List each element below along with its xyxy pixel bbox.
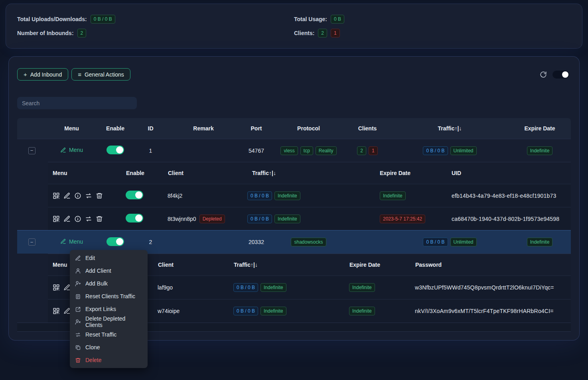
header-password: Password [415, 262, 571, 268]
delete-icon[interactable] [96, 192, 103, 199]
traffic-badge: 0 B / 0 B [233, 307, 258, 315]
menu-item-reset-traffic[interactable]: Reset Traffic [70, 328, 148, 341]
inbound-id: 1 [134, 148, 168, 154]
clients-tags: 2 1 [357, 146, 377, 155]
header-traffic-sort[interactable]: Traffic↑|↓ [247, 170, 375, 176]
stats-panel: Total Uploads/Downloads: 0 B / 0 B Numbe… [6, 4, 582, 48]
clients-active-badge: 2 [318, 29, 327, 37]
reset-traffic-icon[interactable] [85, 215, 92, 222]
enable-switch[interactable] [107, 146, 124, 154]
inbound-port: 20332 [239, 239, 273, 245]
menu-item-export-links[interactable]: Export Links [70, 303, 148, 315]
edit-pen-icon [60, 238, 66, 244]
enable-switch[interactable] [126, 214, 143, 222]
info-icon[interactable] [74, 215, 81, 222]
traffic-limit-badge: Indefinite [274, 215, 300, 223]
edit-icon[interactable] [63, 215, 71, 222]
clients-depleted-badge: 1 [331, 29, 340, 37]
stat-value-badge: 0 B / 0 B [91, 15, 115, 24]
menu-item-reset-clients-traffic[interactable]: Reset Clients Traffic [70, 290, 148, 303]
protocol-tags: shadowsocks [291, 238, 326, 246]
clipboard-icon [75, 293, 81, 299]
edit-icon[interactable] [63, 192, 71, 199]
qr-code-icon[interactable] [53, 284, 60, 291]
stat-label: Clients: [294, 30, 314, 36]
expire-badge: 2023-5-7 17:25:42 [380, 215, 425, 223]
inbound-menu-button[interactable]: Menu [60, 238, 83, 245]
client-actions [48, 192, 126, 199]
protocol-tags: vless tcp Reality [280, 146, 336, 155]
menu-item-delete-depleted-clients[interactable]: Delete Depleted Clients [70, 315, 148, 328]
clients-depleted-badge: 1 [369, 146, 378, 155]
inbound-menu-button[interactable]: Menu [60, 147, 83, 153]
header-id: ID [134, 125, 168, 132]
client-password: w3NfbzUPf5WWd745Q8pvsmQrdrttT2lO6knuI7Di… [415, 284, 571, 291]
header-protocol: Protocol [273, 125, 344, 132]
stat-label: Number of Inbounds: [17, 30, 74, 36]
general-actions-label: General Actions [85, 71, 124, 78]
traffic-tags: 0 B / 0 B Unlimited [423, 238, 476, 246]
collapse-row-button[interactable]: − [28, 147, 36, 154]
header-expire-date: Expire Date [509, 125, 571, 132]
inbound-port: 54767 [239, 148, 273, 154]
search-input[interactable] [17, 97, 137, 109]
header-uid: UID [447, 170, 571, 176]
header-traffic-sort[interactable]: Traffic↑|↓ [391, 125, 509, 132]
header-enable: Enable [126, 170, 168, 176]
collapse-row-button[interactable]: − [28, 238, 36, 246]
client-password: nkV/I/3XoAm9v6xMT/T5lcrF4TpeTKF98rHARbRo… [415, 308, 571, 314]
inbound-1-clients-table: Menu Enable Client Traffic↑|↓ Expire Dat… [48, 162, 571, 230]
traffic-badge: 0 B / 0 B [247, 215, 272, 223]
delete-icon[interactable] [96, 215, 103, 222]
edit-icon [75, 255, 81, 261]
expire-badge: Indefinite [527, 238, 553, 246]
protocol-tag: shadowsocks [291, 238, 326, 246]
traffic-limit-badge: Indefinite [260, 283, 286, 292]
qr-code-icon[interactable] [53, 192, 60, 199]
add-inbound-button[interactable]: + Add Inbound [17, 68, 68, 81]
edit-pen-icon [60, 147, 66, 153]
menu-item-add-client[interactable]: Add Client [70, 264, 148, 277]
add-inbound-label: Add Inbound [30, 71, 62, 78]
table-header-row: Menu Enable ID Remark Port Protocol Clie… [17, 118, 571, 139]
header-menu: Menu [48, 170, 126, 176]
toolbar: + Add Inbound ≡ General Actions [17, 68, 571, 81]
protocol-tag: vless [280, 146, 298, 155]
delete-icon [75, 357, 81, 363]
traffic-badge: 0 B / 0 B [233, 283, 258, 292]
menu-item-add-bulk[interactable]: Add Bulk [70, 277, 148, 290]
menu-item-delete[interactable]: Delete [70, 354, 148, 366]
refresh-icon[interactable] [540, 71, 547, 78]
enable-switch[interactable] [126, 191, 143, 199]
general-actions-button[interactable]: ≡ General Actions [71, 68, 130, 81]
traffic-tags: 0 B / 0 B Unlimited [423, 146, 476, 155]
traffic-limit-badge: Indefinite [260, 307, 286, 315]
traffic-tags: 0 B / 0 B Indefinite [233, 283, 286, 292]
menu-item-edit[interactable]: Edit [70, 252, 148, 264]
inbound-menu-label: Menu [69, 238, 83, 245]
qr-code-icon[interactable] [53, 215, 60, 222]
menu-item-clone[interactable]: Clone [70, 341, 148, 354]
plus-icon: + [24, 71, 27, 77]
traffic-tags: 0 B / 0 B Indefinite [233, 307, 286, 315]
protocol-tag: Reality [316, 146, 337, 155]
theme-toggle-knob [562, 71, 568, 78]
inbounds-page: Total Uploads/Downloads: 0 B / 0 B Numbe… [0, 0, 588, 380]
inbound-menu-label: Menu [69, 147, 83, 153]
client-uid: ca68470b-1940-437d-802b-1f9573e94598 [447, 216, 571, 222]
client-name: w74ioipe [158, 308, 233, 314]
traffic-badge: 0 B / 0 B [423, 146, 448, 155]
enable-switch[interactable] [107, 237, 124, 246]
theme-toggle[interactable] [552, 71, 569, 79]
stat-value-badge: 2 [77, 29, 87, 37]
header-traffic-sort[interactable]: Traffic↑|↓ [233, 262, 349, 268]
info-icon[interactable] [74, 192, 81, 199]
header-menu: Menu [46, 125, 97, 132]
reset-traffic-icon[interactable] [85, 192, 92, 199]
user-icon [75, 268, 81, 274]
qr-code-icon[interactable] [53, 307, 60, 315]
traffic-limit-badge: Unlimited [450, 238, 477, 246]
traffic-limit-badge: Unlimited [450, 146, 477, 155]
stat-value-badge: 0 B [331, 15, 344, 24]
header-port: Port [239, 125, 273, 132]
